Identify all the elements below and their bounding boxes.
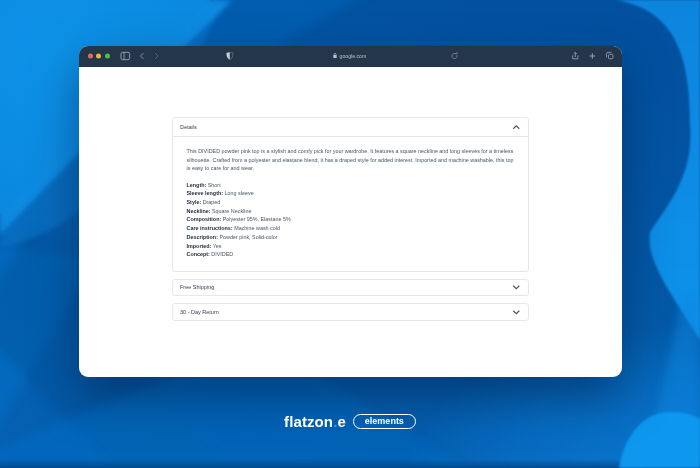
- svg-text:google.com: google.com: [340, 53, 367, 59]
